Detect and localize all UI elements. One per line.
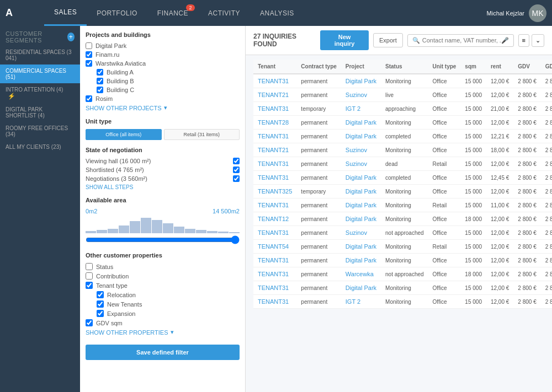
new-inquiry-button[interactable]: New inquiry [320,30,369,50]
export-button[interactable]: Export [373,33,403,47]
cell-tenant[interactable]: TENANT31 [253,130,296,143]
cell-project[interactable]: Digital Park [341,74,381,88]
cell-tenant[interactable]: TENANT28 [253,116,296,130]
search-input[interactable] [422,37,501,44]
tenant-link[interactable]: TENANT31 [258,160,289,167]
filter-warstwika[interactable]: Warstwika Aviatica [86,60,240,67]
tenant-link[interactable]: TENANT31 [258,298,289,305]
tenant-link[interactable]: TENANT31 [258,257,289,264]
sidebar-item-roomy[interactable]: ROOMY FREE OFFICES (34) [0,122,80,141]
digital-park-checkbox[interactable] [86,42,92,49]
cell-project[interactable]: Digital Park [341,254,381,267]
tenant-type-checkbox[interactable] [86,282,93,289]
prop-contribution[interactable]: Contribution [86,272,240,280]
building-a-checkbox[interactable] [97,69,103,76]
tenant-link[interactable]: TENANT31 [258,133,289,139]
nav-tab-sales[interactable]: SALES [44,0,87,26]
project-link[interactable]: Digital Park [346,174,376,181]
cell-project[interactable]: Digital Park [341,198,381,212]
tenant-link[interactable]: TENANT31 [258,271,289,277]
project-link[interactable]: Digital Park [346,257,376,264]
tenant-link[interactable]: TENANT31 [258,284,289,291]
cell-tenant[interactable]: TENANT12 [253,212,296,226]
cell-project[interactable]: Suzinov [341,157,381,171]
unit-btn-retail[interactable]: Retail (31 items) [164,129,240,140]
project-link[interactable]: Digital Park [346,243,376,250]
cell-project[interactable]: Suzinov [341,88,381,102]
new-tenants-checkbox[interactable] [97,300,104,308]
nav-tab-analysis[interactable]: ANALYSIS [250,0,304,26]
sidebar-add-button[interactable]: + [67,33,75,41]
tenant-link[interactable]: TENANT31 [258,202,289,208]
cell-tenant[interactable]: TENANT31 [253,74,296,88]
project-link[interactable]: Suzinov [346,160,367,167]
negotiation-negotiations[interactable]: Negotiations (3 560m²) [86,175,240,182]
cell-tenant[interactable]: TENANT31 [253,281,296,295]
cell-project[interactable]: Digital Park [341,281,381,295]
show-other-projects[interactable]: SHOW OTHER PROJECTS ▾ [86,104,240,111]
expansion-checkbox[interactable] [97,310,104,317]
cell-project[interactable]: Suzinov [341,226,381,240]
tenant-link[interactable]: TENANT31 [258,174,289,181]
shortlisted-checkbox[interactable] [233,167,240,173]
prop-expansion[interactable]: Expansion [97,310,240,317]
nav-tab-portfolio[interactable]: PORTFOLIO [87,0,147,26]
project-link[interactable]: IGT 2 [346,105,360,112]
nav-tab-finance[interactable]: FINANCE2 [147,0,198,26]
cell-project[interactable]: Suzinov [341,143,381,157]
cell-project[interactable]: IGT 2 [341,102,381,116]
nav-tab-activity[interactable]: ActivITY [198,0,250,26]
cell-tenant[interactable]: TENANT325 [253,185,296,198]
cell-project[interactable]: Digital Park [341,171,381,185]
unit-btn-office[interactable]: Office (all items) [86,129,162,140]
filter-finam[interactable]: Finam.ru [86,51,240,58]
filter-digital-park[interactable]: Digital Park [86,42,240,49]
cell-project[interactable]: Digital Park [341,116,381,130]
cell-project[interactable]: Warcewka [341,267,381,281]
project-link[interactable]: Digital Park [346,284,376,291]
negotiation-viewing[interactable]: Viewing hall (16 000 m²) [86,158,240,164]
project-link[interactable]: Digital Park [346,202,376,208]
cell-tenant[interactable]: TENANT31 [253,267,296,281]
prop-status[interactable]: Status [86,263,240,270]
filter-building-a[interactable]: Building A [97,69,240,76]
gdv-sqm-checkbox[interactable] [86,319,93,326]
cell-tenant[interactable]: TENANT31 [253,295,296,309]
cell-tenant[interactable]: TENANT21 [253,143,296,157]
cell-tenant[interactable]: TENANT31 [253,198,296,212]
warstwika-checkbox[interactable] [86,60,92,67]
tenant-link[interactable]: TENANT54 [258,243,289,250]
project-link[interactable]: Digital Park [346,78,376,84]
status-checkbox[interactable] [86,263,93,270]
cell-tenant[interactable]: TENANT31 [253,157,296,171]
negotiations-checkbox[interactable] [233,175,240,182]
finam-checkbox[interactable] [86,51,92,58]
filter-building-c[interactable]: Building C [97,87,240,93]
rosim-checkbox[interactable] [86,95,92,102]
list-view-icon[interactable]: ≡ [518,34,529,47]
project-link[interactable]: Digital Park [346,133,376,139]
prop-tenant-type[interactable]: Tenant type [86,282,240,289]
cell-project[interactable]: Digital Park [341,240,381,254]
cell-tenant[interactable]: TENANT31 [253,254,296,267]
contribution-checkbox[interactable] [86,272,93,280]
project-link[interactable]: Suzinov [346,92,367,98]
prop-relocation[interactable]: Relocation [97,291,240,298]
tenant-link[interactable]: TENANT31 [258,105,289,112]
project-link[interactable]: IGT 2 [346,298,360,305]
area-range-slider[interactable] [86,235,240,244]
building-c-checkbox[interactable] [97,87,103,93]
project-link[interactable]: Digital Park [346,188,376,195]
sidebar-item-residential[interactable]: RESIDENTIAL SPACES (3 041) [0,46,80,65]
filter-building-b[interactable]: Building B [97,78,240,84]
cell-project[interactable]: Digital Park [341,185,381,198]
save-filter-button[interactable]: Save defined filter [86,345,240,360]
sidebar-item-digital-shortlist[interactable]: DIGITAL PARK SHORTLIST (4) [0,103,80,122]
relocation-checkbox[interactable] [97,291,104,298]
grid-view-icon[interactable]: ⌄ [532,34,544,47]
sidebar-item-intro[interactable]: INTRO ATTENTION (4) ⚡ [0,83,80,103]
cell-project[interactable]: Digital Park [341,212,381,226]
cell-tenant[interactable]: TENANT21 [253,88,296,102]
project-link[interactable]: Digital Park [346,119,376,126]
cell-tenant[interactable]: TENANT31 [253,226,296,240]
